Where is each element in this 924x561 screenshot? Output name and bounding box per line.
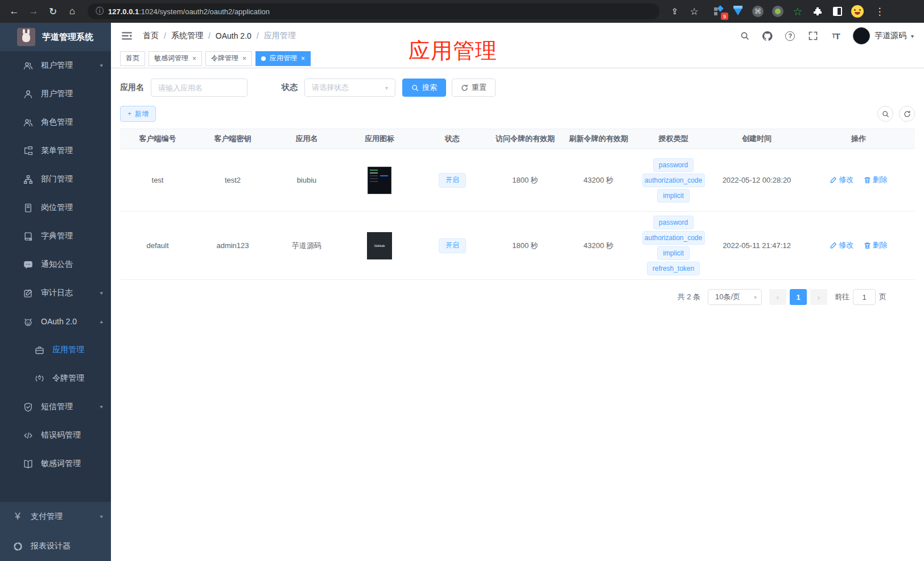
chevron-down-icon: ▾: [100, 404, 103, 410]
browser-toolbar: ← → ↻ ⌂ ⓘ 127.0.0.1:1024/system/oauth2/o…: [0, 0, 924, 23]
split-screen-icon[interactable]: [831, 5, 844, 18]
home-icon[interactable]: ⌂: [64, 3, 81, 20]
url-text: 127.0.0.1:1024/system/oauth2/oauth2/appl…: [108, 7, 270, 16]
broadcast-icon: [34, 373, 44, 383]
create-time-cell: 2022-05-12 00:28:20: [711, 176, 802, 184]
sidebar-item-error-code[interactable]: 错误码管理: [0, 421, 111, 449]
sidebar-item-audit-log[interactable]: 审计日志 ▾: [0, 279, 111, 307]
secret-cell: test2: [195, 176, 270, 184]
add-button[interactable]: + 新增: [120, 106, 156, 122]
sidebar-item-dept[interactable]: 部门管理: [0, 165, 111, 193]
page-suffix: 页: [879, 292, 886, 302]
briefcase-icon: [34, 345, 44, 355]
users-icon: [23, 117, 33, 127]
command-extension-icon[interactable]: ⌘: [752, 5, 764, 18]
red-annotation-label: 应用管理: [409, 36, 497, 65]
menu-tree-icon: [23, 146, 33, 156]
profile-avatar[interactable]: [851, 5, 864, 18]
delete-link[interactable]: 删除: [864, 240, 888, 250]
tab-token[interactable]: 令牌管理×: [205, 51, 252, 66]
back-icon[interactable]: ←: [6, 3, 23, 20]
bookmark-star-icon[interactable]: ☆: [686, 3, 703, 20]
github-icon[interactable]: [762, 30, 773, 42]
share-icon[interactable]: ⇪: [666, 3, 683, 20]
reset-button[interactable]: 重置: [452, 79, 496, 97]
grant-types-cell: password authorization_code implicit: [636, 158, 711, 203]
toggle-search-button[interactable]: [877, 106, 893, 122]
sidebar-item-report-designer[interactable]: 报表设计器: [0, 531, 111, 561]
search-button[interactable]: 搜索: [402, 79, 446, 97]
forward-icon[interactable]: →: [25, 3, 42, 20]
close-icon[interactable]: ×: [301, 55, 305, 63]
sidebar-item-role[interactable]: 角色管理: [0, 108, 111, 137]
id-badge-icon: [23, 203, 33, 213]
sidebar-item-oauth2-application[interactable]: 应用管理: [0, 336, 111, 364]
status-badge: 开启: [439, 238, 466, 253]
app-name-input[interactable]: [151, 79, 248, 97]
chevron-down-icon: ▾: [754, 294, 757, 300]
puzzle-extensions-icon[interactable]: [811, 5, 824, 18]
shield-check-icon: [23, 402, 33, 412]
tab-manager-extension-icon[interactable]: 9: [712, 5, 724, 18]
close-icon[interactable]: ×: [192, 55, 196, 63]
breadcrumb-home[interactable]: 首页: [143, 31, 159, 41]
font-size-icon[interactable]: TT: [830, 30, 842, 42]
goto-page-input[interactable]: [853, 289, 876, 305]
tab-home[interactable]: 首页: [120, 51, 145, 66]
sidebar-item-pay[interactable]: ¥ 支付管理 ▾: [0, 502, 111, 531]
app-title: 芋道管理系统: [42, 32, 93, 43]
pagination: 共 2 条 10条/页 ▾ ‹ 1 › 前往 页: [120, 289, 915, 305]
app-logo: [17, 28, 35, 46]
create-time-cell: 2022-05-11 21:47:12: [711, 241, 802, 250]
sidebar-item-tenant[interactable]: 租户管理 ▾: [0, 51, 111, 80]
browser-menu-icon[interactable]: ⋮: [871, 3, 888, 20]
user-name: 芋道源码: [874, 31, 906, 41]
tab-application[interactable]: 应用管理×: [255, 51, 311, 66]
user-menu[interactable]: 芋道源码 ▾: [853, 27, 914, 44]
breadcrumb-oauth2[interactable]: OAuth 2.0: [216, 31, 251, 40]
top-navbar: 首页 / 系统管理 / OAuth 2.0 / 应用管理 ? TT 芋道源码 ▾: [111, 23, 924, 49]
sidebar-item-menu[interactable]: 菜单管理: [0, 137, 111, 165]
green-star-extension-icon[interactable]: ☆: [791, 5, 804, 18]
prev-page-button[interactable]: ‹: [769, 289, 786, 305]
sidebar-item-sensitive-word[interactable]: 敏感词管理: [0, 449, 111, 478]
sidebar-item-dict[interactable]: 字典管理: [0, 222, 111, 250]
robot-icon: [23, 316, 33, 327]
sidebar-item-oauth2-token[interactable]: 令牌管理: [0, 364, 111, 393]
extension-badge: 9: [721, 13, 728, 20]
recorder-extension-icon[interactable]: [772, 5, 784, 18]
site-info-icon[interactable]: ⓘ: [96, 6, 104, 16]
sidebar: 芋道管理系统 租户管理 ▾ 用户管理 角色管理 菜单管理 部门管理: [0, 23, 111, 561]
collapse-sidebar-icon[interactable]: [121, 30, 133, 42]
breadcrumb-system[interactable]: 系统管理: [171, 31, 203, 41]
fullscreen-icon[interactable]: [807, 30, 819, 42]
gem-extension-icon[interactable]: [732, 5, 744, 18]
help-icon[interactable]: ?: [785, 30, 796, 42]
status-badge: 开启: [439, 173, 466, 188]
sidebar-item-oauth2[interactable]: OAuth 2.0 ▴: [0, 307, 111, 336]
page-size-select[interactable]: 10条/页 ▾: [708, 289, 762, 305]
extensions-zone: 9 ⌘ ☆ ⋮: [712, 3, 888, 20]
refresh-icon[interactable]: ↻: [44, 3, 61, 20]
sidebar-item-post[interactable]: 岗位管理: [0, 193, 111, 222]
status-select[interactable]: 请选择状态 ▾: [304, 79, 395, 97]
sidebar-item-notice[interactable]: 通知公告: [0, 250, 111, 279]
sidebar-item-user[interactable]: 用户管理: [0, 80, 111, 108]
next-page-button[interactable]: ›: [810, 289, 827, 305]
edit-link[interactable]: 修改: [830, 175, 853, 185]
sidebar-item-sms[interactable]: 短信管理 ▾: [0, 393, 111, 421]
delete-link[interactable]: 删除: [864, 175, 888, 185]
total-count: 共 2 条: [678, 292, 700, 302]
page-number-button[interactable]: 1: [790, 289, 807, 305]
open-book-icon: [23, 459, 33, 469]
refresh-table-button[interactable]: [899, 106, 915, 122]
app-logo-row[interactable]: 芋道管理系统: [0, 23, 111, 51]
search-icon[interactable]: [739, 30, 750, 42]
tab-sensitive-word[interactable]: 敏感词管理×: [148, 51, 202, 66]
dictionary-icon: [23, 231, 33, 241]
actions-cell: 修改 删除: [802, 240, 915, 251]
page-content: 应用名 状态 请选择状态 ▾ 搜索 重置: [111, 68, 924, 561]
address-bar[interactable]: ⓘ 127.0.0.1:1024/system/oauth2/oauth2/ap…: [88, 3, 659, 19]
edit-link[interactable]: 修改: [830, 240, 853, 250]
close-icon[interactable]: ×: [242, 55, 246, 63]
